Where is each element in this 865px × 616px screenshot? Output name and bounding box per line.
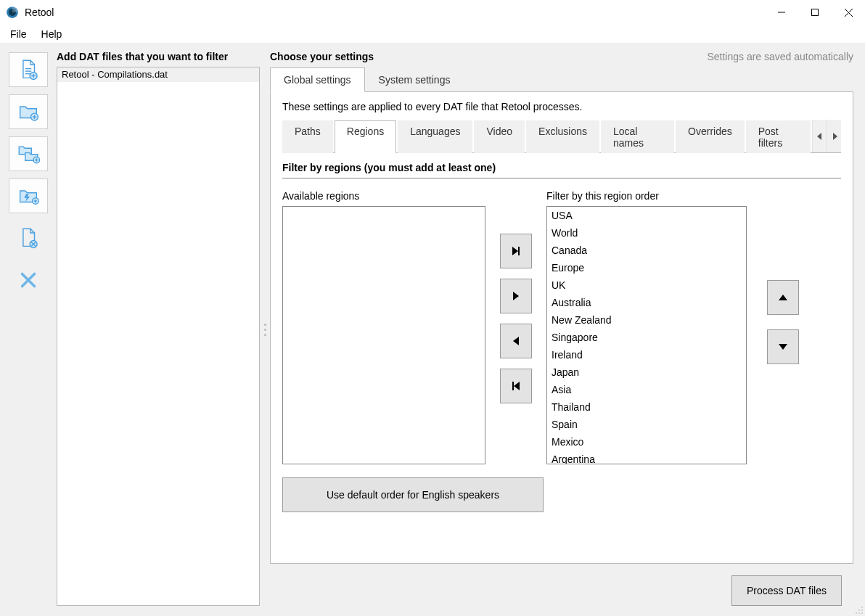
title-bar: Retool [0,0,865,25]
process-dat-button[interactable]: Process DAT files [731,575,842,606]
move-left-button[interactable] [500,324,532,358]
splitter[interactable] [260,44,270,616]
subtab-post-filters[interactable]: Post filters [746,120,811,153]
transfer-buttons [500,234,532,403]
svg-rect-27 [512,382,514,390]
move-right-button[interactable] [500,279,532,313]
dat-file-item[interactable]: Retool - Compilations.dat [57,67,259,82]
toolbar-clear-list[interactable] [9,263,48,297]
toolbar-add-file[interactable] [9,52,48,87]
move-down-button[interactable] [767,329,799,364]
subtab-languages[interactable]: Languages [398,120,472,153]
move-all-left-button[interactable] [500,369,532,403]
region-option[interactable]: World [547,224,746,242]
region-option[interactable]: Europe [547,259,746,276]
svg-point-30 [861,609,863,611]
toolbar-remove-file[interactable] [9,221,48,255]
maximize-button[interactable] [798,1,832,24]
toolbar-add-folder-quick[interactable] [9,178,48,213]
region-option[interactable]: Thailand [547,398,746,416]
default-order-button[interactable]: Use default order for English speakers [282,477,544,512]
subtab-regions[interactable]: Regions [335,120,396,153]
tab-global-settings[interactable]: Global settings [270,67,365,92]
available-regions-label: Available regions [282,190,485,202]
subtab-video[interactable]: Video [474,120,525,153]
region-option[interactable]: UK [547,276,746,294]
region-option[interactable]: Spain [547,416,746,433]
close-button[interactable] [832,1,865,24]
settings-panel: Choose your settings Settings are saved … [270,44,865,616]
move-all-right-button[interactable] [500,234,532,268]
toolbar-add-folder[interactable] [9,94,48,129]
region-option[interactable]: Canada [547,242,746,259]
app-icon [6,6,19,19]
toolbar-add-folder-recursive[interactable] [9,136,48,171]
settings-heading: Choose your settings [270,51,374,62]
svg-point-32 [858,612,860,614]
region-option[interactable]: Australia [547,294,746,311]
reorder-buttons [767,280,799,364]
autosave-note: Settings are saved automatically [707,51,853,62]
subtab-exclusions[interactable]: Exclusions [526,120,599,153]
region-option[interactable]: New Zealand [547,311,746,329]
tab-system-settings[interactable]: System settings [365,67,464,92]
region-section-title: Filter by regions (you must add at least… [282,162,841,178]
region-option[interactable]: USA [547,207,746,224]
subtab-paths[interactable]: Paths [282,120,333,153]
menu-bar: File Help [0,25,865,44]
svg-point-28 [861,607,863,608]
region-option[interactable]: Mexico [547,433,746,451]
dat-panel: Add DAT files that you want to filter Re… [57,44,260,616]
subtab-overrides[interactable]: Overrides [676,120,745,153]
available-regions-list[interactable] [282,206,485,464]
subtab-local-names[interactable]: Local names [601,120,674,153]
menu-file[interactable]: File [4,27,33,41]
region-option[interactable]: Asia [547,381,746,398]
dat-file-list[interactable]: Retool - Compilations.dat [57,67,260,606]
svg-point-31 [856,612,857,614]
menu-help[interactable]: Help [36,27,68,41]
dat-heading: Add DAT files that you want to filter [57,51,260,67]
resize-grip-icon[interactable] [853,604,864,615]
svg-point-29 [858,609,860,611]
region-option[interactable]: Ireland [547,346,746,364]
left-toolbar [0,44,57,616]
filter-order-label: Filter by this region order [546,190,747,202]
minimize-button[interactable] [765,1,798,24]
filter-order-list[interactable]: USAWorldCanadaEuropeUKAustraliaNew Zeala… [546,206,747,464]
region-option[interactable]: Japan [547,364,746,381]
svg-rect-3 [812,9,819,16]
tab-scroll-left[interactable] [812,120,827,152]
svg-point-33 [861,612,863,614]
move-up-button[interactable] [767,280,799,315]
tab-scroll-right[interactable] [827,120,841,152]
region-option[interactable]: Argentina [547,451,746,464]
top-tab-strip: Global settings System settings [270,67,853,92]
window-title: Retool [25,7,54,18]
settings-description: These settings are applied to every DAT … [282,101,841,112]
sub-tab-strip: Paths Regions Languages Video Exclusions… [282,120,841,153]
svg-rect-26 [518,247,520,255]
region-option[interactable]: Singapore [547,329,746,346]
